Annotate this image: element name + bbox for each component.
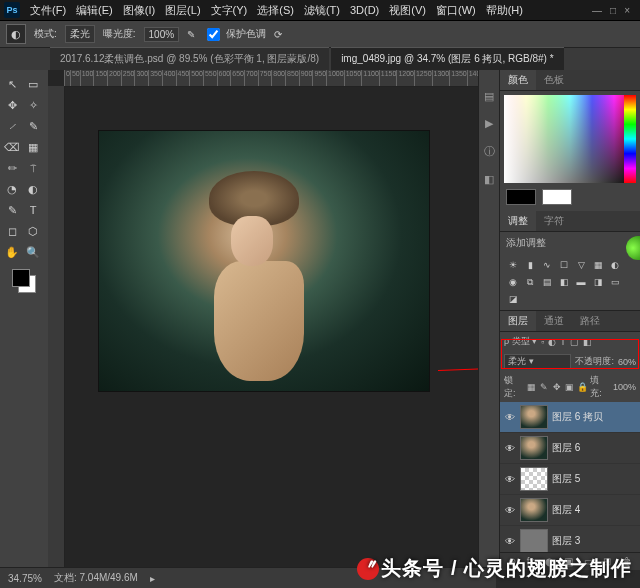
window-close[interactable]: × [624, 5, 630, 16]
lock-artboard-icon[interactable]: ▣ [565, 382, 575, 392]
menu-item[interactable]: 编辑(E) [71, 2, 118, 18]
canvas-area[interactable]: 0501001502002503003504004505005506006507… [48, 70, 478, 570]
threshold-icon[interactable]: ◨ [591, 275, 605, 289]
filter-text-icon[interactable]: T [560, 337, 566, 347]
tool-button[interactable]: ⌫ [2, 137, 22, 157]
swatches-tab[interactable]: 色板 [536, 70, 572, 90]
tool-button[interactable]: ▭ [23, 74, 43, 94]
layer-visibility-icon[interactable]: 👁 [504, 505, 516, 516]
window-minimize[interactable]: — [592, 5, 602, 16]
layer-row[interactable]: 👁图层 6 拷贝 [500, 402, 640, 433]
zoom-level[interactable]: 34.75% [8, 573, 42, 584]
curves-icon[interactable]: ∿ [540, 258, 554, 272]
channels-tab[interactable]: 通道 [536, 311, 572, 331]
hue-icon[interactable]: ▦ [591, 258, 605, 272]
menu-item[interactable]: 图像(I) [118, 2, 160, 18]
layers-tab[interactable]: 图层 [500, 311, 536, 331]
layer-visibility-icon[interactable]: 👁 [504, 412, 516, 423]
menu-item[interactable]: 帮助(H) [481, 2, 528, 18]
info-panel-icon[interactable]: ⓘ [484, 144, 495, 159]
layer-row[interactable]: 👁图层 5 [500, 464, 640, 495]
tool-button[interactable]: ⍑ [23, 158, 43, 178]
lock-all-icon[interactable]: 🔒 [577, 382, 587, 392]
filter-adjust-icon[interactable]: ◐ [548, 337, 556, 347]
current-tool-icon[interactable]: ◐ [6, 24, 26, 44]
menu-item[interactable]: 文件(F) [25, 2, 71, 18]
fg-color-swatch[interactable] [506, 189, 536, 205]
filter-shape-icon[interactable]: ▢ [570, 337, 579, 347]
bw-icon[interactable]: ◐ [608, 258, 622, 272]
paths-tab[interactable]: 路径 [572, 311, 608, 331]
tool-button[interactable]: ⟋ [2, 116, 22, 136]
brightness-icon[interactable]: ☀ [506, 258, 520, 272]
layer-thumbnail[interactable] [520, 405, 548, 429]
exposure-icon[interactable]: ☐ [557, 258, 571, 272]
bg-color-swatch[interactable] [542, 189, 572, 205]
tool-button[interactable]: ✎ [23, 116, 43, 136]
filter-smart-icon[interactable]: ◧ [583, 337, 592, 347]
menu-item[interactable]: 窗口(W) [431, 2, 481, 18]
fill-value[interactable]: 100% [613, 382, 636, 392]
layer-blend-mode[interactable]: 柔光 ▾ [504, 354, 571, 369]
color-picker[interactable] [504, 95, 636, 183]
layer-thumbnail[interactable] [520, 498, 548, 522]
menu-item[interactable]: 滤镜(T) [299, 2, 345, 18]
layer-row[interactable]: 👁图层 6 [500, 433, 640, 464]
blend-mode-select[interactable]: 柔光 [65, 25, 95, 43]
protect-tones-checkbox[interactable] [207, 28, 220, 41]
tool-button[interactable]: ✋ [2, 242, 22, 262]
levels-icon[interactable]: ▮ [523, 258, 537, 272]
canvas-image[interactable] [98, 130, 430, 392]
exposure-value[interactable]: 100% [144, 27, 180, 42]
hue-slider[interactable] [624, 95, 636, 183]
invert-icon[interactable]: ◧ [557, 275, 571, 289]
document-tab[interactable]: img_0489.jpg @ 34.7% (图层 6 拷贝, RGB/8#) * [331, 47, 563, 70]
document-tab[interactable]: 2017.6.12柔焦调色.psd @ 89.5% (色彩平衡 1, 图层蒙版/… [50, 47, 329, 70]
mixer-icon[interactable]: ⧉ [523, 275, 537, 289]
layer-thumbnail[interactable] [520, 529, 548, 552]
gradient-map-icon[interactable]: ▭ [608, 275, 622, 289]
selective-icon[interactable]: ◪ [506, 292, 520, 306]
layer-opacity-value[interactable]: 60% [618, 357, 636, 367]
airbrush-icon[interactable]: ✎ [187, 29, 195, 40]
layer-name[interactable]: 图层 6 [552, 441, 636, 455]
tool-button[interactable]: ↖ [2, 74, 22, 94]
lock-pixels-icon[interactable]: ✎ [539, 382, 549, 392]
layer-row[interactable]: 👁图层 3 [500, 526, 640, 552]
window-maximize[interactable]: □ [610, 5, 616, 16]
layer-thumbnail[interactable] [520, 436, 548, 460]
tool-button[interactable]: ◐ [23, 179, 43, 199]
layer-filter-kind[interactable]: ρ 类型 ▾ [504, 335, 537, 348]
layer-name[interactable]: 图层 3 [552, 534, 636, 548]
tool-button[interactable]: 🔍 [23, 242, 43, 262]
layer-row[interactable]: 👁图层 4 [500, 495, 640, 526]
properties-panel-icon[interactable]: ◧ [484, 173, 494, 186]
history-brush-icon[interactable]: ⟳ [274, 29, 282, 40]
menu-item[interactable]: 视图(V) [384, 2, 431, 18]
layer-name[interactable]: 图层 5 [552, 472, 636, 486]
layer-name[interactable]: 图层 4 [552, 503, 636, 517]
history-panel-icon[interactable]: ▤ [484, 90, 494, 103]
character-tab[interactable]: 字符 [536, 211, 572, 231]
lookup-icon[interactable]: ▤ [540, 275, 554, 289]
tool-button[interactable]: ✥ [2, 95, 22, 115]
adjustments-tab[interactable]: 调整 [500, 211, 536, 231]
layer-visibility-icon[interactable]: 👁 [504, 536, 516, 547]
layer-name[interactable]: 图层 6 拷贝 [552, 410, 636, 424]
tool-button[interactable]: T [23, 200, 43, 220]
tool-button[interactable]: ⬡ [23, 221, 43, 241]
tool-button[interactable]: ✏ [2, 158, 22, 178]
layer-thumbnail[interactable] [520, 467, 548, 491]
vibrance-icon[interactable]: ▽ [574, 258, 588, 272]
layer-visibility-icon[interactable]: 👁 [504, 474, 516, 485]
tool-button[interactable]: ▦ [23, 137, 43, 157]
menu-item[interactable]: 选择(S) [252, 2, 299, 18]
photo-filter-icon[interactable]: ◉ [506, 275, 520, 289]
color-tab[interactable]: 颜色 [500, 70, 536, 90]
lock-transparency-icon[interactable]: ▦ [527, 382, 537, 392]
menu-item[interactable]: 图层(L) [160, 2, 205, 18]
lock-position-icon[interactable]: ✥ [552, 382, 562, 392]
tool-button[interactable]: ✧ [23, 95, 43, 115]
fg-swatch[interactable] [12, 269, 30, 287]
tool-button[interactable]: ◻ [2, 221, 22, 241]
